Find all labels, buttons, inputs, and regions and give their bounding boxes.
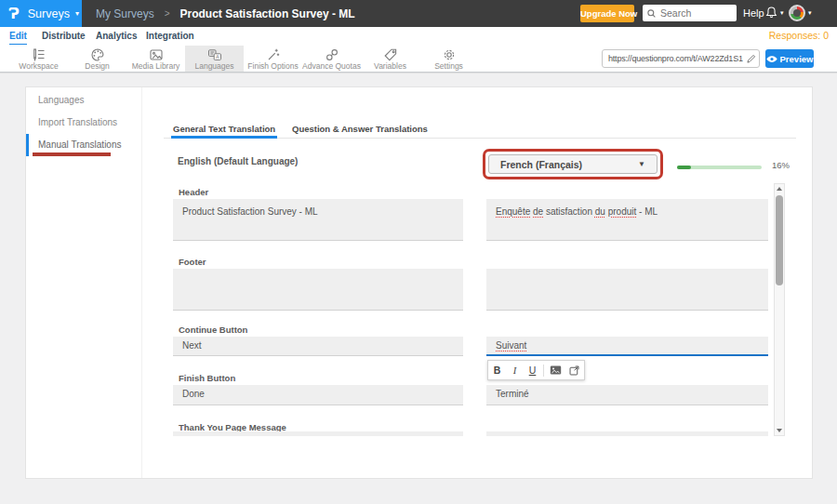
scrollbar-thumb[interactable] bbox=[776, 195, 783, 285]
nav-tab-edit[interactable]: Edit bbox=[9, 28, 27, 45]
sidebar-item-languages[interactable]: Languages bbox=[26, 89, 142, 112]
media-library-icon bbox=[126, 47, 185, 62]
vertical-scrollbar[interactable] bbox=[774, 183, 785, 436]
eye-icon bbox=[766, 55, 777, 63]
thankyou-english-field[interactable] bbox=[173, 431, 463, 436]
toolbar-item-design[interactable]: Design bbox=[68, 46, 126, 72]
toolbar-item-advance-quotas[interactable]: Advance Quotas bbox=[302, 46, 361, 72]
toolbar-item-media-library[interactable]: Media Library bbox=[126, 46, 185, 72]
translation-tabs: General Text Translation Question & Answ… bbox=[164, 121, 796, 139]
bell-dropdown-caret[interactable]: ▾ bbox=[780, 9, 784, 17]
notifications-bell-icon[interactable] bbox=[764, 6, 778, 20]
translation-progress-bar bbox=[677, 166, 762, 169]
field-label-header: Header bbox=[179, 187, 208, 197]
sidebar-item-import-translations[interactable]: Import Translations bbox=[26, 112, 142, 134]
finish-french-field[interactable]: Terminé bbox=[486, 385, 768, 405]
toolbar-divider bbox=[543, 365, 544, 377]
questionpro-logo: Ɂ bbox=[8, 6, 20, 22]
translation-rows: Header Product Satisfaction Survey - ML … bbox=[173, 183, 768, 436]
nav-tab-analytics[interactable]: Analytics bbox=[96, 28, 137, 45]
tab-general-text-translation[interactable]: General Text Translation bbox=[171, 121, 277, 139]
survey-title: Product Satisfaction Survey - ML bbox=[180, 7, 355, 20]
settings-gear-icon bbox=[419, 47, 478, 62]
search-icon bbox=[646, 8, 657, 19]
responses-count[interactable]: Responses: 0 bbox=[769, 28, 829, 44]
field-label-continue-button: Continue Button bbox=[179, 325, 247, 335]
workspace-icon bbox=[9, 47, 68, 62]
scroll-up-arrow[interactable] bbox=[775, 184, 784, 193]
nav-tab-distribute[interactable]: Distribute bbox=[42, 28, 86, 45]
languages-icon: A bbox=[185, 47, 244, 62]
avatar-dropdown-caret[interactable]: ▾ bbox=[808, 9, 812, 17]
underline-button[interactable]: U bbox=[524, 365, 541, 376]
svg-text:A: A bbox=[216, 54, 219, 60]
preview-button[interactable]: Preview bbox=[765, 49, 814, 68]
survey-url-field bbox=[602, 49, 760, 68]
scroll-down-arrow[interactable] bbox=[775, 426, 784, 435]
advance-quotas-icon bbox=[302, 47, 361, 62]
annotation-red-box: French (Français) ▼ bbox=[483, 149, 663, 179]
source-language-label: English (Default Language) bbox=[178, 156, 298, 166]
translation-progress-percent: 16% bbox=[772, 160, 790, 170]
breadcrumb: My Surveys > Product Satisfaction Survey… bbox=[96, 0, 355, 27]
main-nav: Edit Distribute Analytics Integration Re… bbox=[0, 27, 837, 46]
global-search[interactable] bbox=[643, 5, 737, 21]
finish-options-icon bbox=[244, 47, 302, 62]
upgrade-now-button[interactable]: Upgrade Now bbox=[580, 5, 634, 22]
design-icon bbox=[68, 47, 126, 62]
annotation-red-underline bbox=[33, 153, 111, 156]
breadcrumb-my-surveys[interactable]: My Surveys bbox=[96, 7, 154, 20]
toolbar-item-workspace[interactable]: Workspace bbox=[9, 46, 68, 72]
translations-panel: Languages Import Translations Manual Tra… bbox=[25, 86, 813, 479]
field-label-finish-button: Finish Button bbox=[179, 373, 235, 383]
search-input[interactable] bbox=[660, 7, 725, 19]
bold-button[interactable]: B bbox=[488, 365, 506, 376]
open-link-button[interactable] bbox=[565, 365, 583, 377]
top-bar: Ɂ Surveys ▾ My Surveys > Product Satisfa… bbox=[0, 0, 837, 27]
text-format-toolbar: B I U bbox=[487, 360, 585, 380]
toolbar-item-finish-options[interactable]: Finish Options bbox=[244, 46, 302, 72]
help-link[interactable]: Help bbox=[743, 0, 764, 27]
insert-image-button[interactable] bbox=[546, 365, 565, 376]
toolbar-item-settings[interactable]: Settings bbox=[419, 46, 478, 72]
variables-icon bbox=[361, 47, 419, 62]
italic-button[interactable]: I bbox=[506, 365, 524, 376]
footer-english-field[interactable] bbox=[173, 269, 463, 311]
header-english-field[interactable]: Product Satisfaction Survey - ML bbox=[173, 199, 463, 241]
toolbar-item-variables[interactable]: Variables bbox=[361, 46, 419, 72]
target-language-dropdown[interactable]: French (Français) ▼ bbox=[488, 154, 658, 174]
edit-url-pencil-icon[interactable] bbox=[743, 53, 759, 64]
continue-english-field[interactable]: Next bbox=[173, 337, 463, 356]
nav-tab-integration[interactable]: Integration bbox=[146, 28, 194, 45]
breadcrumb-separator: > bbox=[165, 8, 170, 19]
translations-sidebar: Languages Import Translations Manual Tra… bbox=[26, 87, 142, 478]
continue-french-field[interactable]: Suivant bbox=[486, 337, 768, 356]
header-french-field[interactable]: Enquête de satisfaction du produit - ML bbox=[486, 199, 768, 241]
content-area: Languages Import Translations Manual Tra… bbox=[0, 73, 837, 504]
thankyou-french-field[interactable] bbox=[486, 431, 768, 436]
tab-question-answer-translations[interactable]: Question & Answer Translations bbox=[290, 121, 430, 139]
field-label-footer: Footer bbox=[179, 257, 206, 267]
survey-url-input[interactable] bbox=[603, 54, 743, 63]
footer-french-field[interactable] bbox=[486, 269, 768, 311]
edit-toolbar: Workspace Design Media Library A Languag… bbox=[0, 46, 837, 73]
product-name: Surveys bbox=[28, 7, 70, 20]
toolbar-item-languages[interactable]: A Languages bbox=[185, 46, 244, 72]
finish-english-field[interactable]: Done bbox=[173, 385, 463, 405]
chevron-down-icon: ▾ bbox=[75, 9, 79, 18]
dropdown-caret-icon: ▼ bbox=[638, 160, 645, 168]
product-switcher[interactable]: Ɂ Surveys ▾ bbox=[0, 0, 82, 27]
avatar[interactable] bbox=[789, 5, 805, 21]
